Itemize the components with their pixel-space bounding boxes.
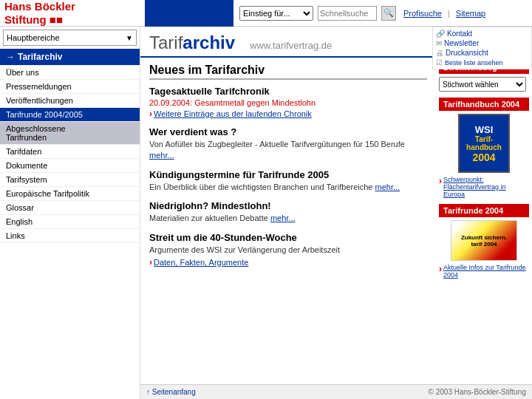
sidebar-item-tarifsystem[interactable]: Tarifsystem xyxy=(0,173,140,187)
sidebar-label-tarifarchiv: Tarifarchiv xyxy=(18,52,62,62)
sidebar-header[interactable]: Hauptbereiche ▼ xyxy=(3,30,137,46)
wsi-line2: Tarif- xyxy=(475,135,493,143)
news-item-4: Niedriglohn? Mindestlohn! Materialien zu… xyxy=(149,200,427,224)
news-link-1[interactable]: Weitere Einträge aus der laufenden Chron… xyxy=(154,109,312,118)
sidebar-item-ueber-uns[interactable]: Über uns xyxy=(0,66,140,80)
sidebar-item-dokumente[interactable]: Dokumente xyxy=(0,159,140,173)
news-link-2[interactable]: mehr... xyxy=(149,151,174,160)
sidebar-label-tarifrunde: Tarifrunde 2004/2005 xyxy=(6,110,83,119)
top-nav: Einstieg für... 🔍 Profisuche | Sitemap xyxy=(233,6,528,21)
top-links: Profisuche | Sitemap xyxy=(403,9,485,18)
news-link-5[interactable]: Daten, Fakten, Argumente xyxy=(154,258,248,267)
logo-line1: Hans Böckler xyxy=(4,0,75,13)
blue-banner xyxy=(145,0,233,27)
tarifrunde-link-arrow: › xyxy=(439,264,442,274)
schnellsuche-input[interactable] xyxy=(318,6,377,21)
news-title-4: Niedriglohn? Mindestlohn! xyxy=(149,200,427,211)
sidebar-header-arrow: ▼ xyxy=(126,34,133,42)
sidebar-label-glossar: Glossar xyxy=(6,203,34,212)
sidebar-item-pressemeldungen[interactable]: Pressemeldungen xyxy=(0,80,140,94)
content-right: Direkteinstieg Stichwort wählen Tarifhan… xyxy=(436,58,532,384)
beste-liste-link[interactable]: ☑ Beste liste ansehen xyxy=(436,58,528,67)
news-link-arrow-5: › xyxy=(149,257,152,267)
wsi-book: WSI Tarif- handbuch 2004 xyxy=(458,114,510,173)
news-item-1: Tagesaktuelle Tarifchronik 20.09.2004: G… xyxy=(149,86,427,119)
wsi-line3: handbuch xyxy=(466,143,502,151)
wsi-line4: 2004 xyxy=(472,151,495,163)
wsi-link-arrow: › xyxy=(439,176,442,186)
news-date-1: 20.09.2004: Gesamtmetall gegen Mindestlo… xyxy=(149,98,427,107)
logo-text: Hans Böckler Stiftung ■■ xyxy=(4,0,75,27)
logo-line2: Stiftung xyxy=(4,13,47,26)
sidebar-item-tarifarchiv[interactable]: → Tarifarchiv xyxy=(0,49,140,66)
wsi-line1: WSI xyxy=(475,124,494,135)
news-title-5: Streit um die 40-Stunden-Woche xyxy=(149,232,427,243)
sidebar-label-veroeffentlichungen: Veröffentlichungen xyxy=(6,96,73,105)
content-area: Tarifarchiv www.tarifvertrag.de Neues im… xyxy=(140,27,532,399)
news-text-4: Materialien zur aktuellen Debatte mehr..… xyxy=(149,213,427,224)
content-main: Neues im Tarifarchiv Tagesaktuelle Tarif… xyxy=(140,58,436,384)
tarifrunde-title: Tarifrunde 2004 xyxy=(439,204,529,217)
sidebar-label-tarifdaten: Tarifdaten xyxy=(6,147,41,156)
einstieg-select[interactable]: Einstieg für... xyxy=(239,6,313,21)
stichword-select[interactable]: Stichwort wählen xyxy=(439,77,526,92)
tarifrunde-image: Zukunft sichern.tarif 2004 xyxy=(451,220,517,261)
schnellsuche-button[interactable]: 🔍 xyxy=(381,6,396,21)
footer-left[interactable]: ↑ Seitenanfang xyxy=(146,388,196,396)
section-heading: Neues im Tarifarchiv xyxy=(149,64,427,80)
newsletter-link[interactable]: ✉ Newsletter xyxy=(436,38,528,48)
druckansicht-link[interactable]: 🖨 Druckansicht xyxy=(436,48,528,58)
tarifhandbuch-title: Tarifhandbuch 2004 xyxy=(439,98,529,111)
profisuche-link[interactable]: Profisuche xyxy=(403,9,442,18)
news-text-5: Argumente des WSI zur Verlängerung der A… xyxy=(149,245,427,256)
news-link-3[interactable]: mehr... xyxy=(375,183,400,191)
sidebar-label-abgeschlossene: AbgeschlosseneTarifrunden xyxy=(6,124,66,142)
news-text-2: Von Aofüller bis Zugbegleiter - Aktuelle… xyxy=(149,139,427,162)
sidebar: Hauptbereiche ▼ → Tarifarchiv Über uns P… xyxy=(0,27,140,399)
wsi-link[interactable]: Schwerpunkt: Flächentarifvertrag in Euro… xyxy=(443,176,529,198)
sidebar-label-tarifsystem: Tarifsystem xyxy=(6,175,47,184)
news-link-4[interactable]: mehr... xyxy=(270,214,296,222)
tarifrunde-link[interactable]: Aktuelle Infos zur Tarifrunde 2004 xyxy=(443,264,529,279)
sidebar-label-english: English xyxy=(6,217,33,226)
tarifrunde-box: Tarifrunde 2004 Zukunft sichern.tarif 20… xyxy=(439,204,529,279)
tarifhandbuch-box: Tarifhandbuch 2004 WSI Tarif- handbuch 2… xyxy=(439,98,529,198)
sidebar-label-links: Links xyxy=(6,231,25,240)
sidebar-arrow-icon: → xyxy=(6,52,15,62)
news-title-2: Wer verdient was ? xyxy=(149,126,427,137)
news-text-3: Ein Überblick über die wichtigsten Branc… xyxy=(149,182,427,193)
sidebar-item-tarifdaten[interactable]: Tarifdaten xyxy=(0,145,140,159)
news-link-arrow-1: › xyxy=(149,109,152,119)
tarifrunde-img-text: Zukunft sichern.tarif 2004 xyxy=(461,234,507,248)
footer: ↑ Seitenanfang © 2003 Hans-Böckler-Stift… xyxy=(140,384,532,399)
logo: Hans Böckler Stiftung ■■ xyxy=(4,0,145,27)
news-title-3: Kündigungstermine für Tarifrunde 2005 xyxy=(149,169,427,180)
content-body: Neues im Tarifarchiv Tagesaktuelle Tarif… xyxy=(140,58,532,384)
kontakt-link[interactable]: 🔗 Kontakt xyxy=(436,29,528,38)
news-item-2: Wer verdient was ? Von Aofüller bis Zugb… xyxy=(149,126,427,162)
content-subtitle: www.tarifvertrag.de xyxy=(250,40,332,51)
sidebar-item-english[interactable]: English xyxy=(0,215,140,229)
sidebar-item-veroeffentlichungen[interactable]: Veröffentlichungen xyxy=(0,94,140,108)
kontakt-panel: 🔗 Kontakt ✉ Newsletter 🖨 Druckansicht ☑ … xyxy=(432,27,532,69)
news-item-5: Streit um die 40-Stunden-Woche Argumente… xyxy=(149,232,427,267)
sidebar-label-europaeische: Europäische Tarifpolitik xyxy=(6,189,89,198)
sidebar-label-pressemeldungen: Pressemeldungen xyxy=(6,82,72,91)
sidebar-item-links[interactable]: Links xyxy=(0,229,140,243)
sidebar-label-ueber-uns: Über uns xyxy=(6,68,39,77)
sidebar-label-dokumente: Dokumente xyxy=(6,161,47,170)
news-title-1: Tagesaktuelle Tarifchronik xyxy=(149,86,427,97)
sidebar-item-europaeische[interactable]: Europäische Tarifpolitik xyxy=(0,187,140,201)
sidebar-item-abgeschlossene[interactable]: AbgeschlosseneTarifrunden xyxy=(0,122,140,145)
sidebar-header-label: Hauptbereiche xyxy=(7,33,60,42)
content-title: Tarifarchiv xyxy=(149,33,235,53)
news-item-3: Kündigungstermine für Tarifrunde 2005 Ei… xyxy=(149,169,427,193)
sidebar-item-tarifrunde[interactable]: Tarifrunde 2004/2005 xyxy=(0,108,140,122)
sidebar-item-glossar[interactable]: Glossar xyxy=(0,201,140,215)
sitemap-link[interactable]: Sitemap xyxy=(456,9,485,18)
footer-right: © 2003 Hans-Böckler-Stiftung xyxy=(429,388,526,396)
